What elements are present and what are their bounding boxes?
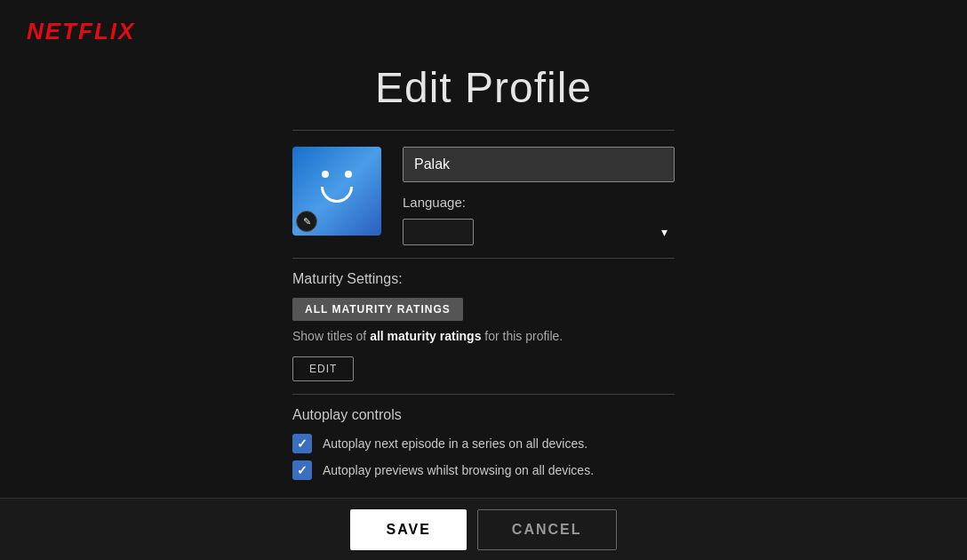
avatar-left-eye xyxy=(322,171,329,178)
avatar-right-eye xyxy=(345,171,352,178)
top-divider xyxy=(292,130,675,131)
form-fields: Language: xyxy=(403,147,675,245)
maturity-description: Show titles of all maturity ratings for … xyxy=(292,328,675,346)
avatar-eyes xyxy=(322,171,352,178)
page-title: Edit Profile xyxy=(375,63,592,112)
maturity-section: Maturity Settings: ALL MATURITY RATINGS … xyxy=(292,271,675,381)
save-button[interactable]: SAVE xyxy=(350,509,466,550)
maturity-desc-bold: all maturity ratings xyxy=(370,329,481,343)
mid-divider-2 xyxy=(292,394,675,395)
checkmark-icon-1: ✓ xyxy=(297,436,308,451)
autoplay-title: Autoplay controls xyxy=(292,407,675,423)
autoplay-checkbox-2[interactable]: ✓ xyxy=(292,460,312,480)
maturity-title: Maturity Settings: xyxy=(292,271,675,287)
netflix-logo: NETFLIX xyxy=(27,18,135,45)
maturity-edit-button[interactable]: EDIT xyxy=(292,356,354,381)
maturity-desc-post: for this profile. xyxy=(481,329,563,343)
avatar-edit-button[interactable]: ✎ xyxy=(296,211,317,232)
main-content: Edit Profile ✎ Language: xyxy=(0,63,967,487)
language-select-wrapper xyxy=(403,219,675,245)
autoplay-section: Autoplay controls ✓ Autoplay next episod… xyxy=(292,407,675,487)
mid-divider-1 xyxy=(292,258,675,259)
autoplay-checkbox-1[interactable]: ✓ xyxy=(292,434,312,453)
profile-name-input[interactable] xyxy=(403,147,675,182)
pencil-icon: ✎ xyxy=(303,216,311,228)
checkmark-icon-2: ✓ xyxy=(297,463,308,477)
header: NETFLIX xyxy=(0,0,967,63)
language-select[interactable] xyxy=(403,219,474,245)
autoplay-option-1-row: ✓ Autoplay next episode in a series on a… xyxy=(292,434,675,453)
autoplay-option-2-row: ✓ Autoplay previews whilst browsing on a… xyxy=(292,460,675,480)
avatar-face xyxy=(321,171,353,203)
form-area: ✎ Language: xyxy=(292,147,675,245)
maturity-desc-pre: Show titles of xyxy=(292,329,370,343)
maturity-badge: ALL MATURITY RATINGS xyxy=(292,298,463,321)
avatar-container: ✎ xyxy=(292,147,381,236)
language-label: Language: xyxy=(403,195,675,210)
autoplay-option-2-label: Autoplay previews whilst browsing on all… xyxy=(323,463,594,477)
cancel-button[interactable]: CANCEL xyxy=(477,509,617,550)
bottom-bar: SAVE CANCEL xyxy=(0,498,967,560)
avatar-smile xyxy=(321,187,353,203)
autoplay-option-1-label: Autoplay next episode in a series on all… xyxy=(323,436,587,451)
